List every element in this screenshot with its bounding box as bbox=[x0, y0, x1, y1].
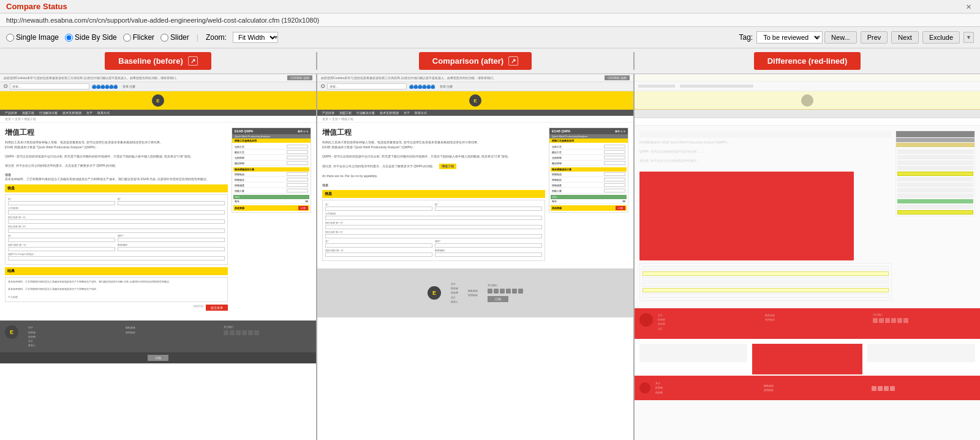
baseline-menu-item-4[interactable]: 技术支持/资源 bbox=[62, 111, 81, 115]
radio-sidebyside[interactable]: Side By Side bbox=[65, 33, 117, 42]
exclude-dropdown-icon[interactable]: ▼ bbox=[963, 32, 974, 43]
comp-menu: 产品目录 加盟工程 行业解决方案 技术支持/资源 关于 联系方式 bbox=[317, 110, 633, 116]
diff-white-section bbox=[635, 339, 980, 376]
baseline-search-input[interactable] bbox=[10, 83, 89, 89]
comp-qwpa-input-4[interactable] bbox=[604, 161, 625, 165]
baseline-footer: E 关于投资者供应商员工联系人 隐私政策使用条款 关注我们 bbox=[0, 321, 316, 352]
diff-red-block-1 bbox=[639, 172, 854, 260]
comp-qwpa-calc-btn[interactable]: 计算 bbox=[616, 206, 625, 210]
diff-nav-bar bbox=[635, 82, 980, 91]
baseline-page-title: 增值工程 bbox=[5, 127, 228, 138]
comp-menu-item-5[interactable]: 关于 bbox=[404, 111, 410, 115]
baseline-menu-item-2[interactable]: 加盟工程 bbox=[22, 111, 34, 115]
qwpa-input-6[interactable] bbox=[287, 178, 308, 181]
comp-top-text: 如您使用Cookies来学习,您的信息将被发送给第三方供应商,以便允许他们确认您… bbox=[321, 76, 496, 80]
baseline-menu-item-6[interactable]: 联系方式 bbox=[97, 111, 110, 115]
comp-menu-item-2[interactable]: 加盟工程 bbox=[339, 111, 352, 115]
comp-form-area: 名* 姓* 公司/机构 bbox=[322, 200, 545, 261]
baseline-panel[interactable]: 如您使用Cookies来学习,您的信息将被发送给第三方供应商,以便允许他们确认您… bbox=[0, 74, 317, 440]
close-icon[interactable]: × bbox=[963, 1, 974, 12]
flicker-label: Flicker bbox=[133, 33, 154, 42]
comp-nav-icons: 🔵🔵🔵🔵🔵🔵 bbox=[409, 85, 435, 89]
comp-qwpa-input-1[interactable] bbox=[604, 145, 625, 148]
comp-top-btn[interactable]: COOKIE 说明 bbox=[605, 75, 630, 80]
tag-select[interactable]: To be reviewed Approved Rejected bbox=[756, 31, 823, 44]
comp-qwpa-input-7[interactable] bbox=[604, 183, 625, 187]
app-container: Compare Status × http://newauth.esabna.c… bbox=[0, 0, 980, 440]
exclude-button[interactable]: Exclude bbox=[922, 31, 960, 44]
baseline-menu-item-1[interactable]: 产品目录 bbox=[5, 111, 17, 115]
comp-qwpa-input-6[interactable] bbox=[604, 178, 625, 181]
qwpa-input-5[interactable] bbox=[287, 172, 308, 176]
baseline-field-zip: 邮政编码 bbox=[118, 243, 225, 251]
comp-form-row-3: 职位名称 第一行 bbox=[325, 221, 542, 229]
baseline-footer-sub-btn[interactable]: 订阅 bbox=[148, 355, 168, 361]
difference-panel[interactable]: ESAB焊接成本计算器"Quick Weld Productivity Anal… bbox=[635, 74, 980, 440]
tag-nav-group: Tag: To be reviewed Approved Rejected ▼ … bbox=[739, 31, 974, 44]
baseline-form-row-2: 公司/机构 bbox=[8, 207, 225, 214]
new-button[interactable]: New... bbox=[824, 31, 857, 44]
qwpa-input-8[interactable] bbox=[287, 189, 308, 192]
baseline-nav-logo-small: ⬡ bbox=[4, 84, 7, 89]
baseline-logo: E bbox=[152, 94, 164, 107]
comparison-panel[interactable]: 如您使用Cookies来学习,您的信息将被发送给第三方供应商,以便允许他们确认您… bbox=[317, 74, 635, 440]
qwpa-input-1[interactable] bbox=[287, 145, 308, 148]
baseline-field-city: 城市* bbox=[118, 234, 225, 242]
baseline-menu-item-5[interactable]: 关于 bbox=[86, 111, 92, 115]
zoom-select[interactable]: Fit Width 50% 75% 100% bbox=[233, 32, 278, 43]
comp-menu-item-4[interactable]: 技术支持/资源 bbox=[380, 111, 399, 115]
radio-flicker[interactable]: Flicker bbox=[123, 33, 154, 42]
next-button[interactable]: Next bbox=[891, 31, 919, 44]
qwpa-calc-btn[interactable]: 计算 bbox=[298, 206, 308, 210]
sidebyside-label: Side By Side bbox=[75, 33, 117, 42]
comp-subscribe-btn[interactable]: 订阅 bbox=[488, 296, 508, 302]
difference-header-button[interactable]: Difference (red-lined) bbox=[754, 52, 861, 70]
comp-page-intro: 利用此工具来计算您使用各种输入等级。电流低变量更改等, 您可以使用它改变基本变量… bbox=[322, 140, 545, 188]
qwpa-input-4[interactable] bbox=[287, 161, 308, 165]
baseline-top-btn[interactable]: COOKIE 说明 bbox=[287, 75, 312, 80]
comp-qwpa-rows: 当前工艺 建议工艺 当前焊材 建议焊材 bbox=[549, 143, 628, 212]
comp-qwpa-input-5[interactable] bbox=[604, 172, 625, 176]
comp-page-title: 增值工程 bbox=[322, 127, 545, 138]
qwpa-input-3[interactable] bbox=[287, 156, 308, 159]
baseline-menu-item-3[interactable]: 行业解决方案 bbox=[39, 111, 58, 115]
baseline-label: Baseline (before) bbox=[118, 56, 183, 66]
url-bar: http://newauth.esabna.com/cn/cn/support/… bbox=[0, 13, 980, 27]
comparison-header-button[interactable]: Comparison (after) ↗ bbox=[419, 52, 532, 70]
comp-menu-item-6[interactable]: 联系方式 bbox=[415, 111, 427, 115]
comp-field-name2: 名* bbox=[325, 240, 432, 248]
baseline-submit-btn[interactable]: 提交表单 bbox=[206, 305, 228, 311]
radio-single[interactable]: Single Image bbox=[6, 33, 59, 42]
comp-qwpa-input-8[interactable] bbox=[604, 189, 625, 192]
baseline-field-lastname: 姓* bbox=[118, 197, 225, 205]
comp-nav-bar: ⬡ 🔵🔵🔵🔵🔵🔵 登录 注册 bbox=[317, 82, 633, 91]
comp-qwpa-input-3[interactable] bbox=[604, 156, 625, 159]
comp-footer-links-1: 关于投资者供应商员工联系人 bbox=[451, 282, 458, 304]
comp-menu-item-3[interactable]: 行业解决方案 bbox=[356, 111, 375, 115]
comparison-header-cell: Comparison (after) ↗ bbox=[317, 52, 635, 70]
comp-search-input[interactable] bbox=[327, 83, 407, 89]
qwpa-input-2[interactable] bbox=[287, 150, 308, 154]
prev-button[interactable]: Prev bbox=[861, 31, 888, 44]
diff-top-strip bbox=[635, 74, 980, 82]
diff-bottom-red-bar: 关于投资者供应商 隐私政策使用条款 bbox=[635, 376, 980, 400]
qwpa-input-7[interactable] bbox=[287, 183, 308, 187]
baseline-qwpa-title: ESAB QWPA bbox=[235, 129, 253, 133]
radio-slider[interactable]: Slider bbox=[160, 33, 189, 42]
comp-breadcrumb: 首页 > 支持 > 增值工程 bbox=[317, 116, 633, 123]
diff-breadcrumb bbox=[635, 118, 980, 126]
baseline-qwpa-subtitle: Quick Weld Productivity Analyzer bbox=[232, 134, 311, 138]
diff-yellow-bar bbox=[635, 91, 980, 110]
panel-headers-row: Baseline (before) ↗ Comparison (after) ↗… bbox=[0, 48, 980, 74]
baseline-form-row-freight: 选择 Pre Freight 的地点： bbox=[8, 252, 225, 260]
comp-menu-item-1[interactable]: 产品目录 bbox=[322, 111, 334, 115]
url-text: http://newauth.esabna.com/cn/cn/support/… bbox=[6, 17, 319, 24]
baseline-nav-bar: ⬡ 🔵🔵🔵🔵🔵🔵 登录 注册 bbox=[0, 82, 316, 91]
comp-gray-section: E 关于投资者供应商员工联系人 隐私政策使用条款 关注我们 bbox=[317, 268, 633, 317]
comp-form-row-5: 名* 城市* bbox=[325, 240, 542, 248]
comp-page-content: 增值工程 利用此工具来计算您使用各种输入等级。电流低变量更改等, 您可以使用它改… bbox=[317, 123, 633, 268]
baseline-header-button[interactable]: Baseline (before) ↗ bbox=[105, 52, 211, 70]
comp-qwpa-input-2[interactable] bbox=[604, 150, 625, 154]
baseline-form-row-6: 地区/省份 第一行 邮政编码 bbox=[8, 243, 225, 251]
diff-qwpa-col bbox=[895, 131, 975, 303]
